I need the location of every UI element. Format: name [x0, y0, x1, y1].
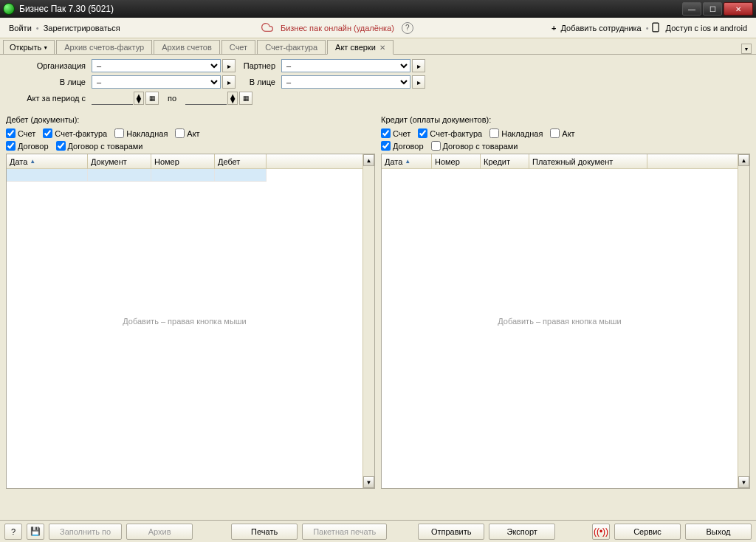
window-title: Бизнес Пак 7.30 (5021) — [19, 4, 682, 14]
print-button[interactable]: Печать — [231, 524, 298, 540]
debit-scrollbar[interactable]: ▲ ▼ — [362, 154, 374, 488]
date-to-calendar[interactable]: ▦ — [239, 92, 252, 105]
exit-button[interactable]: Выход — [685, 524, 752, 540]
debit-chk-invoice[interactable]: Счет — [6, 128, 35, 138]
org-label: Организация — [6, 61, 86, 70]
debit-chk-factura[interactable]: Счет-фактура — [43, 128, 107, 138]
add-employee-link[interactable]: Добавить сотрудника — [561, 24, 642, 32]
tab-archive-invoices[interactable]: Архив счетов — [154, 40, 220, 54]
period-label: Акт за период с — [6, 94, 86, 103]
org-combo[interactable]: – — [92, 59, 221, 72]
scroll-up-icon[interactable]: ▲ — [738, 154, 749, 166]
debit-chk-act[interactable]: Акт — [175, 128, 199, 138]
debit-col-debit[interactable]: Дебет — [215, 154, 267, 168]
date-to-input[interactable] — [185, 92, 227, 105]
scroll-down-icon[interactable]: ▼ — [363, 476, 374, 488]
credit-chk-factura[interactable]: Счет-фактура — [418, 128, 482, 138]
credit-chk-waybill[interactable]: Накладная — [489, 128, 543, 138]
grids-area: Дата▲ Документ Номер Дебет Добавить – пр… — [0, 154, 756, 493]
tabs-bar: Открыть ▼ Архив счетов-фактур Архив счет… — [0, 38, 756, 55]
date-to-spin[interactable]: ▲▼ — [227, 92, 238, 105]
sort-asc-icon: ▲ — [405, 158, 410, 165]
minimize-button[interactable]: — — [682, 2, 701, 16]
broadcast-button[interactable]: ((•)) — [592, 524, 610, 540]
tab-factura[interactable]: Счет-фактура — [257, 40, 326, 54]
tab-invoice[interactable]: Счет — [221, 40, 255, 54]
login-link[interactable]: Войти — [9, 24, 32, 32]
batch-print-button[interactable]: Пакетная печать — [302, 524, 387, 540]
debit-col-doc[interactable]: Документ — [88, 154, 151, 168]
mobile-access-link[interactable]: Доступ с ios и android — [666, 24, 747, 32]
tabs-menu-button[interactable]: ▼ — [741, 44, 752, 54]
window-titlebar: Бизнес Пак 7.30 (5021) — ☐ ✕ — [0, 0, 756, 18]
person2-combo[interactable]: – — [281, 75, 410, 89]
credit-scrollbar[interactable]: ▲ ▼ — [738, 154, 749, 488]
cloud-icon — [261, 21, 273, 35]
app-icon — [3, 3, 15, 15]
tab-act-sverki[interactable]: Акт сверки ✕ — [327, 40, 394, 55]
org-go-button[interactable]: ▸ — [222, 59, 236, 72]
debit-title: Дебет (документы): — [6, 115, 375, 124]
debit-chk-contract[interactable]: Договор — [6, 141, 49, 151]
credit-chk-invoice[interactable]: Счет — [381, 128, 410, 138]
service-button[interactable]: Сервис — [614, 524, 681, 540]
credit-grid: Дата▲ Номер Кредит Платежный документ До… — [381, 154, 750, 489]
register-link[interactable]: Зарегистрироваться — [44, 24, 120, 32]
broadcast-icon: ((•)) — [594, 526, 608, 537]
debit-placeholder: Добавить – правая кнопка мыши — [123, 317, 247, 326]
send-button[interactable]: Отправить — [418, 524, 484, 540]
partner-combo[interactable]: – — [281, 59, 410, 72]
credit-placeholder: Добавить – правая кнопка мыши — [498, 317, 622, 326]
close-button[interactable]: ✕ — [724, 2, 753, 16]
date-from-spin[interactable]: ▲▼ — [134, 92, 144, 105]
credit-chk-contract-goods[interactable]: Договор с товарами — [431, 141, 518, 151]
credit-chk-act[interactable]: Акт — [550, 128, 574, 138]
fill-by-button[interactable]: Заполнить по — [49, 524, 122, 540]
person1-go-button[interactable]: ▸ — [222, 75, 236, 89]
maximize-button[interactable]: ☐ — [703, 2, 722, 16]
partner-go-button[interactable]: ▸ — [412, 59, 425, 72]
table-row[interactable] — [7, 169, 362, 182]
credit-col-paydoc[interactable]: Платежный документ — [529, 154, 647, 168]
form-area: Организация – ▸ Партнер – ▸ В лице – ▸ В… — [0, 55, 756, 111]
scroll-up-icon[interactable]: ▲ — [363, 154, 374, 166]
bottom-toolbar: ? 💾 Заполнить по Архив Печать Пакетная п… — [0, 520, 756, 542]
person2-go-button[interactable]: ▸ — [412, 75, 425, 89]
phone-icon — [650, 22, 661, 34]
open-button[interactable]: Открыть ▼ — [3, 40, 55, 54]
sort-asc-icon: ▲ — [30, 158, 35, 165]
debit-col-date[interactable]: Дата▲ — [7, 154, 88, 168]
credit-col-credit[interactable]: Кредит — [481, 154, 529, 168]
export-button[interactable]: Экспорт — [489, 524, 555, 540]
debit-chk-waybill[interactable]: Накладная — [114, 128, 168, 138]
person1-combo[interactable]: – — [92, 75, 221, 89]
date-from-input[interactable] — [92, 92, 133, 105]
credit-chk-contract[interactable]: Договор — [381, 141, 424, 151]
credit-col-num[interactable]: Номер — [432, 154, 481, 168]
svg-rect-0 — [652, 23, 658, 32]
save-button[interactable]: 💾 — [27, 524, 44, 540]
save-icon: 💾 — [30, 526, 41, 536]
documents-area: Дебет (документы): Счет Счет-фактура Нак… — [0, 111, 756, 154]
date-to-label: по — [168, 94, 176, 103]
plus-icon: + — [551, 24, 556, 32]
tab-archive-factur[interactable]: Архив счетов-фактур — [56, 40, 152, 54]
debit-grid: Дата▲ Документ Номер Дебет Добавить – пр… — [6, 154, 375, 489]
credit-col-date[interactable]: Дата▲ — [382, 154, 432, 168]
person1-label: В лице — [6, 78, 86, 86]
debit-col-num[interactable]: Номер — [151, 154, 215, 168]
help-icon[interactable]: ? — [402, 22, 413, 34]
links-bar: Войти • Зарегистрироваться Бизнес пак он… — [0, 18, 756, 38]
chevron-down-icon: ▼ — [43, 45, 48, 50]
help-button[interactable]: ? — [4, 524, 22, 540]
tab-close-icon[interactable]: ✕ — [379, 44, 385, 52]
scroll-down-icon[interactable]: ▼ — [738, 476, 749, 488]
online-link[interactable]: Бизнес пак онлайн (удалёнка) — [281, 24, 394, 32]
person2-label: В лице — [241, 78, 275, 86]
debit-chk-contract-goods[interactable]: Договор с товарами — [56, 141, 143, 151]
credit-title: Кредит (оплаты документов): — [381, 115, 750, 124]
archive-button[interactable]: Архив — [126, 524, 193, 540]
partner-label: Партнер — [241, 61, 275, 70]
date-from-calendar[interactable]: ▦ — [145, 92, 159, 105]
